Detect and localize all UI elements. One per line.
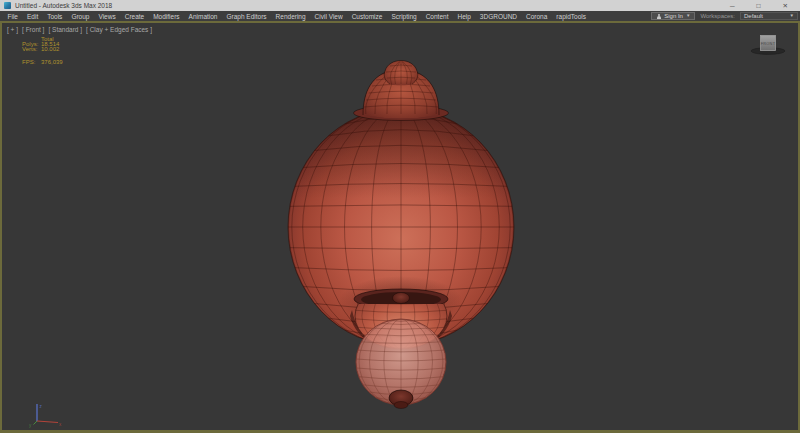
axis-x-label: x <box>59 422 62 427</box>
workspace-value: Default <box>744 13 763 19</box>
window-title: Untitled - Autodesk 3ds Max 2018 <box>15 2 112 9</box>
menu-items: FileEditToolsGroupViewsCreateModifiersAn… <box>3 13 591 20</box>
sign-in-label: Sign In <box>664 13 683 19</box>
menu-views[interactable]: Views <box>94 13 120 20</box>
menu-create[interactable]: Create <box>120 13 149 20</box>
workspaces-label: Workspaces: <box>700 13 735 19</box>
menu-modifiers[interactable]: Modifiers <box>149 13 184 20</box>
stats-fps-value: 376,039 <box>41 60 63 65</box>
viewport-menu-shading[interactable]: [ Clay + Edged Faces ] <box>86 26 152 33</box>
menu-file[interactable]: File <box>3 13 22 20</box>
axis-z-label: z <box>40 404 43 409</box>
menu-bar-right: Sign In ▼ Workspaces: Default ▼ <box>651 12 800 20</box>
menu-civil-view[interactable]: Civil View <box>310 13 347 20</box>
model-bottom-knob <box>389 390 413 409</box>
statistics-overlay: Total Polys: 18.514 Verts: 10.002 FPS: 3… <box>22 37 63 65</box>
3dsmax-app-icon <box>4 2 11 9</box>
viewport-menu-plus[interactable]: [ + ] <box>7 26 18 33</box>
menu-scripting[interactable]: Scripting <box>387 13 421 20</box>
axis-y-label: y <box>29 423 32 428</box>
menu-animation[interactable]: Animation <box>184 13 222 20</box>
user-icon <box>656 14 661 19</box>
viewcube-front-label: FRONT <box>761 42 776 46</box>
title-bar: Untitled - Autodesk 3ds Max 2018 ─ □ ✕ <box>0 0 800 11</box>
world-axis-gizmo: z x y <box>29 404 62 428</box>
viewport-menu-renderer[interactable]: [ Standard ] <box>48 26 82 33</box>
sign-in-button[interactable]: Sign In ▼ <box>651 12 695 20</box>
menu-tools[interactable]: Tools <box>43 13 67 20</box>
minimize-button[interactable]: ─ <box>730 0 735 11</box>
maximize-button[interactable]: □ <box>757 0 761 11</box>
menu-content[interactable]: Content <box>421 13 453 20</box>
viewcube[interactable]: FRONT <box>749 30 789 56</box>
model-3d[interactable]: z x y <box>2 23 798 430</box>
menu-help[interactable]: Help <box>453 13 475 20</box>
viewport-menu-view[interactable]: [ Front ] <box>22 26 44 33</box>
app-window: Untitled - Autodesk 3ds Max 2018 ─ □ ✕ F… <box>0 0 800 433</box>
menu-graph-editors[interactable]: Graph Editors <box>222 13 271 20</box>
menu-bar: FileEditToolsGroupViewsCreateModifiersAn… <box>0 11 800 21</box>
chevron-down-icon: ▼ <box>686 14 690 19</box>
menu-rapidtools[interactable]: rapidTools <box>552 13 591 20</box>
viewport[interactable]: z x y [ + ][ Front ][ Standard ][ Clay +… <box>0 21 800 433</box>
menu-3dground[interactable]: 3DGROUND <box>475 13 521 20</box>
menu-group[interactable]: Group <box>67 13 94 20</box>
window-controls: ─ □ ✕ <box>730 0 796 11</box>
stats-fps-label: FPS: <box>22 60 41 65</box>
menu-corona[interactable]: Corona <box>522 13 552 20</box>
close-button[interactable]: ✕ <box>783 0 788 11</box>
model-connector-knob <box>393 293 410 304</box>
menu-rendering[interactable]: Rendering <box>271 13 310 20</box>
chevron-down-icon: ▼ <box>790 14 794 19</box>
viewport-label: [ + ][ Front ][ Standard ][ Clay + Edged… <box>7 26 152 33</box>
menu-customize[interactable]: Customize <box>347 13 387 20</box>
menu-edit[interactable]: Edit <box>22 13 42 20</box>
workspace-select[interactable]: Default ▼ <box>740 12 798 20</box>
